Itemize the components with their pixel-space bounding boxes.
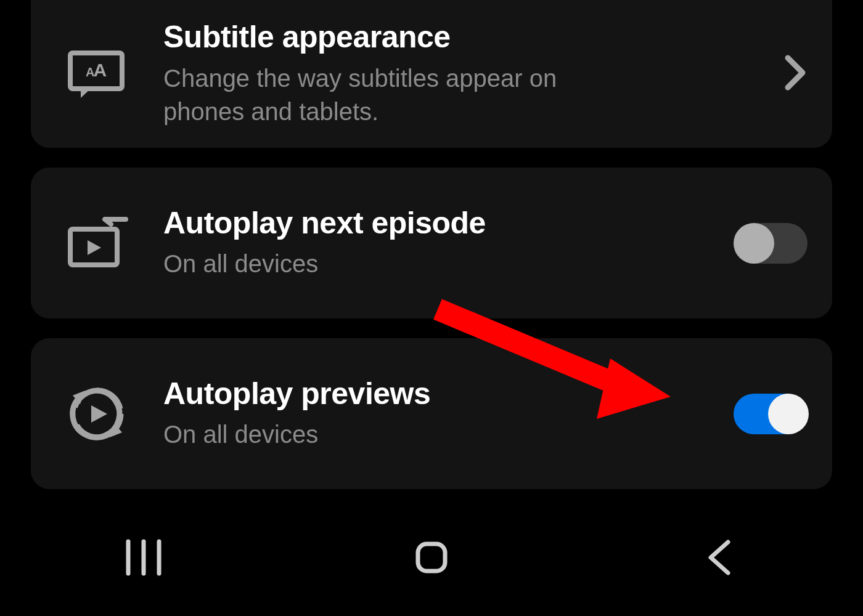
autoplay-next-desc: On all devices <box>163 247 632 280</box>
svg-rect-15 <box>418 544 445 571</box>
subtitle-icon: AA <box>31 50 163 98</box>
autoplay-previews-toggle[interactable] <box>734 394 808 434</box>
svg-marker-4 <box>88 240 101 255</box>
autoplay-next-toggle[interactable] <box>734 223 808 264</box>
subtitle-title: Subtitle appearance <box>163 20 771 55</box>
android-nav-bar <box>0 499 863 616</box>
toggle-thumb <box>734 223 774 264</box>
nav-back-button[interactable] <box>682 521 756 594</box>
nav-recents-button[interactable] <box>107 521 181 594</box>
autoplay-previews-title: Autoplay previews <box>163 376 734 412</box>
subtitle-desc: Change the way subtitles appear on phone… <box>163 62 632 128</box>
subtitle-appearance-row[interactable]: AA Subtitle appearance Change the way su… <box>31 0 832 148</box>
autoplay-next-icon <box>31 217 163 270</box>
toggle-thumb <box>768 394 809 434</box>
svg-marker-7 <box>91 405 107 423</box>
autoplay-next-title: Autoplay next episode <box>163 206 734 241</box>
autoplay-next-episode-row[interactable]: Autoplay next episode On all devices <box>31 168 832 318</box>
autoplay-previews-desc: On all devices <box>163 418 632 451</box>
autoplay-previews-icon <box>31 384 163 444</box>
autoplay-previews-row[interactable]: Autoplay previews On all devices <box>31 338 832 489</box>
chevron-right-icon <box>783 54 808 94</box>
svg-text:AA: AA <box>85 60 106 80</box>
nav-home-button[interactable] <box>395 521 468 594</box>
